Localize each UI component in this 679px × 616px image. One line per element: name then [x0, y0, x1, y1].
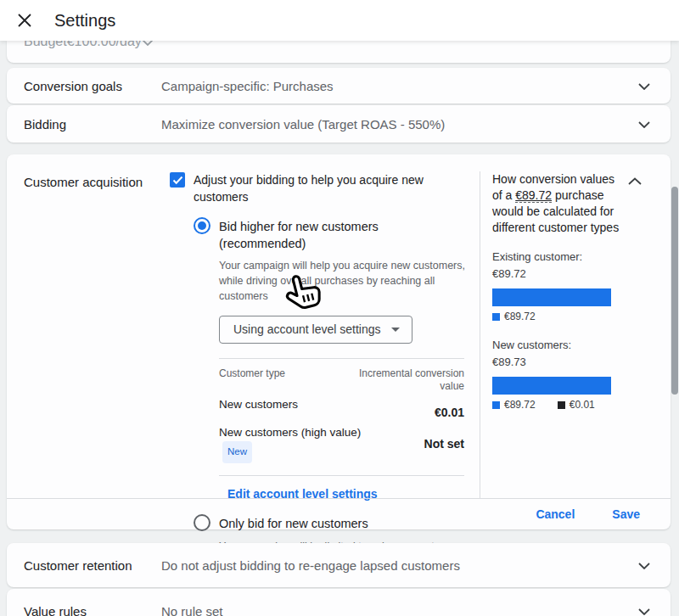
conversion-value-panel: How conversion values of a €89.72 purcha… [480, 171, 665, 498]
dropdown-arrow-icon [391, 328, 400, 332]
save-button[interactable]: Save [612, 507, 640, 521]
customer-acquisition-section: Customer acquisition Adjust your bidding… [7, 154, 671, 529]
chevron-down-icon[interactable] [638, 557, 650, 573]
purchase-value-term[interactable]: €89.72 [515, 188, 552, 203]
bid-higher-radio-label: Bid higher for new customers (recommende… [219, 217, 464, 252]
chart-title: Existing customer: [492, 249, 665, 266]
incremental-value-table: Customer type Incremental conversion val… [219, 367, 464, 463]
budget-row[interactable]: Budget €100.00/day [7, 41, 671, 63]
new-badge: New [222, 441, 252, 463]
conversion-goals-label: Conversion goals [24, 79, 161, 93]
value-rules-label: Value rules [24, 604, 161, 616]
bid-higher-radio[interactable] [194, 217, 210, 234]
new-customers-chart: New customers: €89.73 €89.72 €0.01 [492, 337, 665, 411]
legend-item: €0.01 [558, 399, 595, 411]
conversion-goals-row[interactable]: Conversion goals Campaign-specific: Purc… [7, 68, 671, 104]
page-title: Settings [54, 11, 115, 31]
existing-customer-chart: Existing customer: €89.72 €89.72 [492, 249, 665, 322]
customer-retention-label: Customer retention [24, 558, 161, 573]
chevron-down-icon[interactable] [638, 603, 650, 616]
bidding-row[interactable]: Bidding Maximize conversion value (Targe… [7, 105, 671, 143]
chart-amount: €89.72 [492, 266, 665, 283]
adjust-bidding-checkbox[interactable] [170, 172, 185, 188]
legend-item: €89.72 [492, 311, 536, 322]
table-row: New customers (high value)New Not set [219, 423, 464, 463]
divider [219, 358, 464, 359]
customer-retention-value: Do not adjust bidding to re-engage lapse… [161, 558, 638, 573]
dropdown-selected-value: Using account level settings [233, 322, 381, 336]
chevron-down-icon[interactable] [638, 116, 650, 132]
table-header-value: Incremental conversion value [354, 367, 464, 393]
cancel-button[interactable]: Cancel [536, 507, 575, 521]
legend-swatch-dark [558, 401, 565, 409]
customer-retention-row[interactable]: Customer retention Do not adjust bidding… [7, 543, 671, 587]
table-header-customer-type: Customer type [219, 367, 285, 393]
chevron-down-icon[interactable] [638, 78, 650, 93]
conversion-goals-value: Campaign-specific: Purchases [161, 79, 638, 93]
bidding-value: Maximize conversion value (Target ROAS -… [161, 117, 638, 132]
table-cell-customer-type: New customers [219, 395, 298, 419]
legend-swatch-blue [492, 401, 500, 409]
value-rules-value: No rule set [161, 604, 638, 616]
bar-chart [492, 288, 611, 306]
settings-header: Settings [0, 0, 679, 41]
table-cell-value: Not set [424, 437, 464, 451]
bid-higher-description: Your campaign will help you acquire new … [219, 258, 484, 304]
legend-label: €89.72 [504, 311, 536, 322]
table-row: New customers €0.01 [219, 395, 464, 419]
budget-label: Budget [24, 41, 67, 49]
chart-title: New customers: [492, 337, 665, 354]
table-cell-customer-type: New customers (high value) [219, 426, 361, 439]
customer-acquisition-label: Customer acquisition [24, 171, 170, 498]
legend-item: €89.72 [492, 399, 536, 411]
panel-heading: How conversion values of a €89.72 purcha… [492, 171, 621, 236]
scrollbar-thumb[interactable] [671, 187, 678, 395]
legend-label: €0.01 [570, 399, 595, 411]
chart-amount: €89.73 [492, 354, 665, 371]
bidding-label: Bidding [24, 117, 161, 132]
table-cell-value: €0.01 [435, 406, 464, 419]
budget-value: €100.00/day [67, 41, 142, 49]
bar-chart [492, 377, 611, 395]
value-rules-row[interactable]: Value rules No rule set [7, 589, 671, 616]
adjust-bidding-checkbox-label: Adjust your bidding to help you acquire … [194, 171, 464, 205]
close-icon[interactable] [15, 11, 34, 30]
chevron-down-icon[interactable] [142, 41, 154, 49]
account-level-settings-dropdown[interactable]: Using account level settings [219, 316, 412, 344]
section-footer: Cancel Save [7, 498, 671, 529]
chevron-up-icon[interactable] [628, 173, 642, 188]
legend-swatch-blue [492, 313, 500, 321]
legend-label: €89.72 [504, 399, 536, 411]
